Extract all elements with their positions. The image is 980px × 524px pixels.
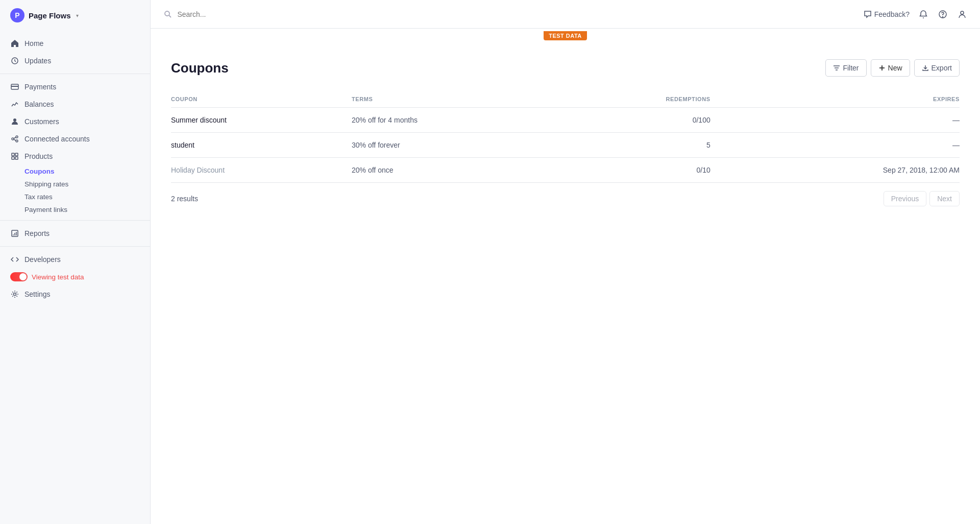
sidebar-item-payments[interactable]: Payments: [0, 78, 150, 96]
settings-icon: [10, 290, 19, 299]
sidebar-divider-1: [0, 74, 150, 74]
pagination: Previous Next: [884, 191, 960, 206]
table-row[interactable]: Holiday Discount 20% off once 0/10 Sep 2…: [171, 158, 960, 183]
header-actions: Filter New Export: [825, 59, 960, 77]
svg-point-17: [14, 293, 16, 296]
svg-point-23: [961, 11, 964, 14]
notifications-icon[interactable]: [918, 9, 929, 20]
results-row: 2 results Previous Next: [171, 191, 960, 206]
filter-button[interactable]: Filter: [825, 59, 866, 77]
col-expires: EXPIRES: [710, 91, 960, 108]
coupon-terms-cell: 20% off for 4 months: [352, 108, 566, 133]
coupon-redemptions-cell: 5: [566, 133, 710, 158]
sidebar-divider-3: [0, 246, 150, 247]
coupon-expires-cell: Sep 27, 2018, 12:00 AM: [710, 158, 960, 183]
sidebar-item-updates-label: Updates: [24, 57, 51, 65]
coupon-terms-cell: 30% off forever: [352, 133, 566, 158]
test-data-banner: TEST DATA: [151, 29, 980, 43]
table-row[interactable]: Summer discount 20% off for 4 months 0/1…: [171, 108, 960, 133]
coupon-expires-cell: —: [710, 133, 960, 158]
sidebar-item-updates[interactable]: Updates: [0, 52, 150, 69]
feedback-label: Feedback?: [874, 10, 910, 18]
topbar: Feedback?: [151, 0, 980, 29]
next-button[interactable]: Next: [929, 191, 960, 206]
svg-point-3: [13, 118, 16, 122]
customers-icon: [10, 117, 19, 126]
sidebar-item-customers-label: Customers: [24, 117, 59, 126]
coupon-name-cell: Summer discount: [171, 108, 352, 133]
content-header: Coupons Filter New Export: [171, 59, 960, 77]
sidebar-divider-2: [0, 220, 150, 221]
viewing-test-data-toggle[interactable]: Viewing test data: [0, 268, 150, 285]
search-icon: [163, 9, 173, 20]
sidebar-item-payments-label: Payments: [24, 83, 56, 91]
col-terms: TERMS: [352, 91, 566, 108]
sidebar-sub-item-coupons[interactable]: Coupons: [0, 165, 150, 178]
sidebar-sub-item-payment-links[interactable]: Payment links: [0, 203, 150, 216]
svg-line-8: [14, 139, 16, 140]
svg-rect-11: [12, 157, 14, 159]
page-title: Coupons: [171, 60, 229, 76]
connected-accounts-icon: [10, 134, 19, 144]
sidebar: P Page Flows ▾ Home Updates Payments: [0, 0, 151, 524]
sidebar-item-balances[interactable]: Balances: [0, 96, 150, 113]
main-area: Feedback? TEST DATA Coupons Filter: [151, 0, 980, 524]
sidebar-item-customers[interactable]: Customers: [0, 113, 150, 130]
reports-icon: [10, 229, 19, 238]
sidebar-sub-item-shipping-rates[interactable]: Shipping rates: [0, 178, 150, 190]
svg-point-4: [12, 138, 14, 140]
svg-rect-10: [15, 153, 18, 156]
sidebar-item-balances-label: Balances: [24, 100, 54, 108]
sidebar-item-products-label: Products: [24, 152, 53, 160]
sidebar-item-connected-accounts-label: Connected accounts: [24, 135, 90, 143]
sidebar-item-reports-label: Reports: [24, 229, 50, 237]
help-icon[interactable]: [937, 9, 948, 20]
search-box: [163, 9, 367, 20]
coupon-redemptions-cell: 0/100: [566, 108, 710, 133]
test-data-toggle-switch[interactable]: [10, 272, 28, 281]
svg-point-5: [16, 136, 18, 138]
svg-line-19: [169, 15, 171, 17]
coupon-expires-cell: —: [710, 108, 960, 133]
sidebar-item-developers[interactable]: Developers: [0, 251, 150, 268]
svg-rect-2: [11, 86, 18, 87]
svg-point-6: [16, 140, 18, 142]
previous-button[interactable]: Previous: [884, 191, 926, 206]
sidebar-nav-top: Home Updates Payments Balances Custom: [0, 31, 150, 307]
home-icon: [10, 39, 19, 48]
col-coupon: COUPON: [171, 91, 352, 108]
feedback-button[interactable]: Feedback?: [864, 10, 910, 18]
balances-icon: [10, 100, 19, 109]
sidebar-item-home-label: Home: [24, 39, 43, 47]
sidebar-item-connected-accounts[interactable]: Connected accounts: [0, 130, 150, 148]
table-header-row: COUPON TERMS REDEMPTIONS EXPIRES: [171, 91, 960, 108]
sidebar-item-products[interactable]: Products: [0, 148, 150, 165]
payments-icon: [10, 82, 19, 91]
new-button[interactable]: New: [871, 59, 910, 77]
svg-rect-12: [15, 157, 18, 159]
sidebar-item-developers-label: Developers: [24, 255, 61, 264]
svg-point-22: [943, 16, 943, 17]
table-row[interactable]: student 30% off forever 5 —: [171, 133, 960, 158]
export-button[interactable]: Export: [914, 59, 960, 77]
sidebar-item-reports[interactable]: Reports: [0, 225, 150, 242]
coupon-name-cell: Holiday Discount: [171, 158, 352, 183]
col-redemptions: REDEMPTIONS: [566, 91, 710, 108]
app-name: Page Flows: [29, 11, 71, 20]
logo-button[interactable]: P Page Flows ▾: [0, 0, 150, 31]
content-area: Coupons Filter New Export COUPON: [151, 43, 980, 524]
sidebar-item-home[interactable]: Home: [0, 35, 150, 52]
coupons-table: COUPON TERMS REDEMPTIONS EXPIRES Summer …: [171, 91, 960, 183]
results-count: 2 results: [171, 195, 198, 203]
test-data-badge: TEST DATA: [544, 31, 587, 40]
sidebar-item-settings[interactable]: Settings: [0, 285, 150, 303]
products-icon: [10, 152, 19, 161]
sidebar-item-settings-label: Settings: [24, 290, 51, 298]
sidebar-sub-item-tax-rates[interactable]: Tax rates: [0, 190, 150, 203]
svg-point-18: [165, 11, 169, 16]
search-input[interactable]: [177, 10, 367, 18]
svg-rect-9: [12, 153, 14, 156]
user-icon[interactable]: [957, 9, 968, 20]
coupon-terms-cell: 20% off once: [352, 158, 566, 183]
svg-line-7: [14, 137, 16, 138]
